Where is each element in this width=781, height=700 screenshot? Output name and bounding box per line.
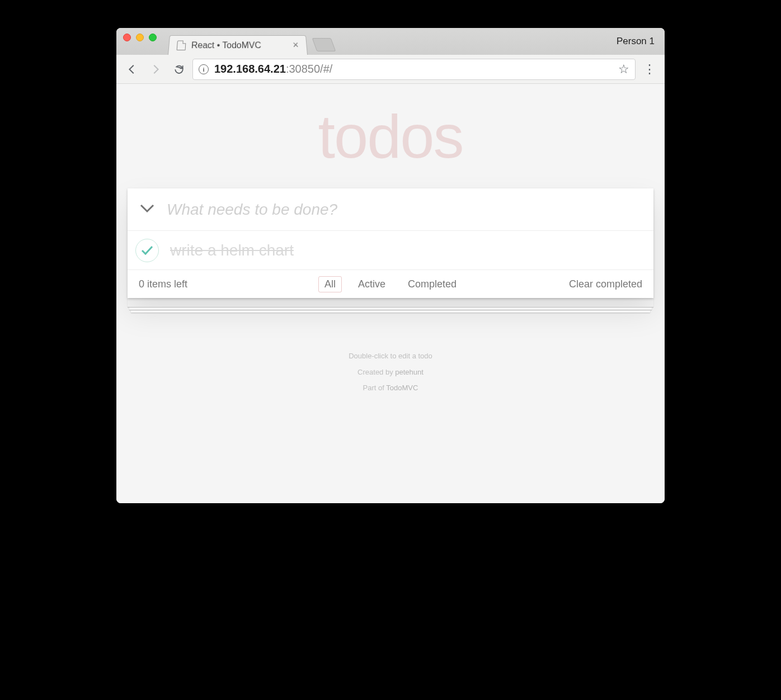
page-content: todos write a helm chart 0 items left Al…: [116, 84, 665, 503]
back-button[interactable]: [122, 59, 142, 79]
minimize-window-button[interactable]: [136, 34, 144, 41]
browser-window: React • TodoMVC × Person 1 i 192.168.64.…: [116, 28, 665, 503]
todomvc-link[interactable]: TodoMVC: [386, 384, 418, 392]
todo-label[interactable]: write a helm chart: [170, 242, 294, 259]
info-edit-hint: Double-click to edit a todo: [116, 348, 665, 365]
filter-list: All Active Completed: [128, 276, 653, 292]
reload-button[interactable]: [169, 59, 189, 79]
url-host: 192.168.64.21: [214, 63, 286, 75]
filter-all[interactable]: All: [318, 276, 342, 292]
todo-footer: 0 items left All Active Completed Clear …: [128, 270, 653, 298]
maximize-window-button[interactable]: [149, 34, 157, 41]
info-partof-prefix: Part of: [363, 384, 387, 392]
profile-label[interactable]: Person 1: [617, 36, 655, 47]
checkmark-icon: [141, 245, 153, 256]
url-text: 192.168.64.21:30850/#/: [214, 63, 332, 75]
app-info: Double-click to edit a todo Created by p…: [116, 348, 665, 396]
new-todo-row: [128, 188, 653, 231]
new-todo-input[interactable]: [167, 201, 653, 219]
info-part-of: Part of TodoMVC: [116, 380, 665, 396]
tab-bar: React • TodoMVC × Person 1: [116, 28, 665, 55]
file-icon: [177, 40, 186, 50]
app-title: todos: [116, 84, 665, 172]
tab-title: React • TodoMVC: [191, 40, 261, 50]
filter-completed[interactable]: Completed: [402, 276, 463, 292]
info-created-prefix: Created by: [357, 368, 395, 376]
close-window-button[interactable]: [123, 34, 131, 41]
close-tab-button[interactable]: ×: [293, 40, 299, 51]
new-tab-button[interactable]: [312, 38, 336, 51]
site-info-icon[interactable]: i: [199, 64, 209, 74]
window-controls: [123, 28, 168, 55]
address-bar[interactable]: i 192.168.64.21:30850/#/ ☆: [192, 59, 636, 80]
todo-app: write a helm chart 0 items left All Acti…: [128, 188, 653, 298]
url-path: :30850/#/: [286, 63, 332, 75]
bookmark-star-icon[interactable]: ☆: [618, 62, 629, 77]
toggle-all-button[interactable]: [128, 204, 167, 215]
browser-toolbar: i 192.168.64.21:30850/#/ ☆ ⋮: [116, 55, 665, 84]
chevron-down-icon: [140, 204, 154, 213]
browser-tab[interactable]: React • TodoMVC ×: [168, 35, 308, 55]
filter-active[interactable]: Active: [352, 276, 392, 292]
info-created-by: Created by petehunt: [116, 365, 665, 381]
todo-item: write a helm chart: [128, 231, 653, 270]
author-link[interactable]: petehunt: [395, 368, 424, 376]
browser-menu-button[interactable]: ⋮: [639, 62, 659, 77]
forward-button[interactable]: [145, 59, 166, 79]
toggle-complete-checkbox[interactable]: [135, 239, 159, 262]
